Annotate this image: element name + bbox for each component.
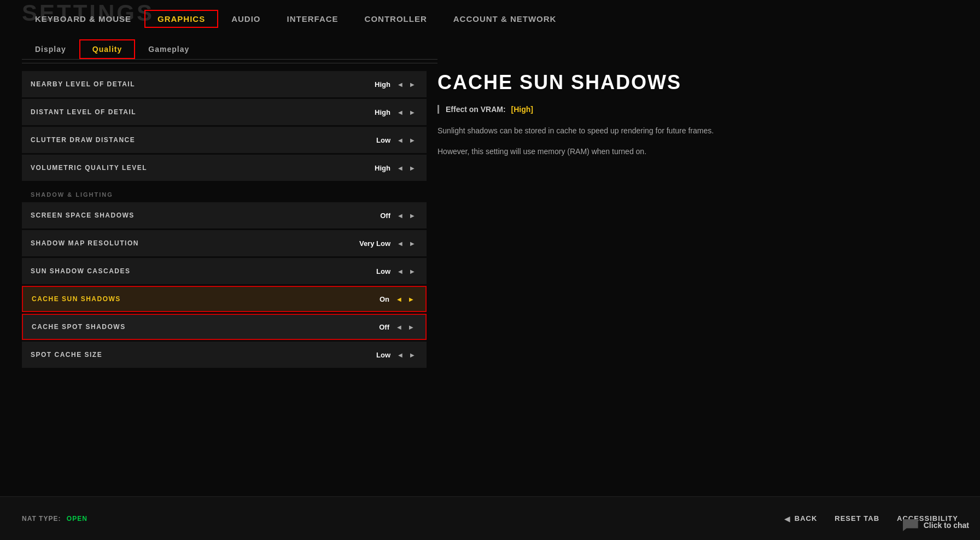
arrow-controls: ◀ ▶	[395, 107, 418, 118]
value-area: High ◀ ▶	[347, 162, 418, 173]
prev-arrow[interactable]: ◀	[394, 294, 405, 304]
arrow-controls: ◀ ▶	[394, 294, 417, 304]
setting-screen-space-shadows[interactable]: SCREEN SPACE SHADOWS Off ◀ ▶	[22, 202, 427, 228]
value-area: High ◀ ▶	[347, 79, 418, 90]
value-area: Very Low ◀ ▶	[347, 238, 418, 249]
value-area: Off ◀ ▶	[347, 210, 418, 221]
value-area: Off ◀ ▶	[346, 321, 417, 332]
settings-list: NEARBY LEVEL OF DETAIL High ◀ ▶ DISTANT …	[22, 71, 427, 491]
value-area: High ◀ ▶	[347, 107, 418, 118]
chat-icon	[903, 519, 918, 531]
back-arrow-icon: ◀	[784, 514, 790, 523]
setting-distant-lod[interactable]: DISTANT LEVEL OF DETAIL High ◀ ▶	[22, 99, 427, 125]
right-panel: CACHE SUN SHADOWS Effect on VRAM: [High]…	[438, 71, 969, 491]
back-button[interactable]: ◀ BACK	[784, 514, 818, 523]
setting-cache-spot-shadows[interactable]: CACHE SPOT SHADOWS Off ◀ ▶	[22, 314, 427, 340]
arrow-controls: ◀ ▶	[395, 134, 418, 145]
prev-arrow[interactable]: ◀	[394, 321, 405, 332]
nav-interface[interactable]: INTERFACE	[274, 10, 352, 28]
next-arrow[interactable]: ▶	[407, 266, 418, 277]
tab-gameplay[interactable]: Gameplay	[135, 39, 202, 59]
back-label: BACK	[795, 514, 818, 523]
next-arrow[interactable]: ▶	[407, 238, 418, 249]
next-arrow[interactable]: ▶	[406, 321, 417, 332]
next-arrow[interactable]: ▶	[407, 349, 418, 360]
tab-quality[interactable]: Quality	[79, 39, 135, 59]
prev-arrow[interactable]: ◀	[395, 349, 406, 360]
nat-type: NAT TYPE: OPEN	[22, 515, 88, 523]
nav-graphics[interactable]: GRAPHICS	[144, 10, 218, 28]
nav-divider	[22, 63, 438, 63]
arrow-controls: ◀ ▶	[395, 79, 418, 90]
arrow-controls: ◀ ▶	[395, 162, 418, 173]
setting-nearby-lod[interactable]: NEARBY LEVEL OF DETAIL High ◀ ▶	[22, 71, 427, 97]
bottom-bar: NAT TYPE: OPEN ◀ BACK RESET TAB ACCESSIB…	[0, 496, 980, 540]
setting-shadow-map-resolution[interactable]: SHADOW MAP RESOLUTION Very Low ◀ ▶	[22, 230, 427, 256]
tab-display[interactable]: Display	[22, 39, 79, 59]
reset-label: RESET TAB	[835, 514, 879, 523]
nav-account[interactable]: ACCOUNT & NETWORK	[440, 10, 570, 28]
detail-description: Sunlight shadows can be stored in cache …	[438, 125, 755, 158]
arrow-controls: ◀ ▶	[395, 349, 418, 360]
value-area: Low ◀ ▶	[347, 266, 418, 277]
prev-arrow[interactable]: ◀	[395, 107, 406, 118]
prev-arrow[interactable]: ◀	[395, 210, 406, 221]
next-arrow[interactable]: ▶	[407, 210, 418, 221]
next-arrow[interactable]: ▶	[407, 162, 418, 173]
vram-effect-row: Effect on VRAM: [High]	[438, 105, 969, 114]
nav-keyboard[interactable]: KEYBOARD & MOUSE	[22, 10, 144, 28]
prev-arrow[interactable]: ◀	[395, 134, 406, 145]
detail-title: CACHE SUN SHADOWS	[438, 71, 969, 94]
value-area: Low ◀ ▶	[347, 134, 418, 145]
value-area: Low ◀ ▶	[347, 349, 418, 360]
chat-label: Click to chat	[924, 521, 969, 530]
arrow-controls: ◀ ▶	[395, 266, 418, 277]
prev-arrow[interactable]: ◀	[395, 79, 406, 90]
setting-sun-shadow-cascades[interactable]: SUN SHADOW CASCADES Low ◀ ▶	[22, 258, 427, 284]
setting-volumetric-quality[interactable]: VOLUMETRIC QUALITY LEVEL High ◀ ▶	[22, 155, 427, 181]
vram-effect-label: Effect on VRAM: [High]	[446, 105, 533, 114]
prev-arrow[interactable]: ◀	[395, 238, 406, 249]
top-nav: KEYBOARD & MOUSE GRAPHICS AUDIO INTERFAC…	[22, 10, 569, 28]
prev-arrow[interactable]: ◀	[395, 266, 406, 277]
click-to-chat-button[interactable]: Click to chat	[903, 519, 969, 531]
section-shadow-lighting: SHADOW & LIGHTING	[22, 183, 427, 202]
sub-nav: Display Quality Gameplay	[22, 39, 438, 60]
arrow-controls: ◀ ▶	[395, 210, 418, 221]
arrow-controls: ◀ ▶	[395, 238, 418, 249]
setting-spot-cache-size[interactable]: SPOT CACHE SIZE Low ◀ ▶	[22, 342, 427, 368]
nav-audio[interactable]: AUDIO	[218, 10, 273, 28]
setting-clutter-draw[interactable]: CLUTTER DRAW DISTANCE Low ◀ ▶	[22, 127, 427, 153]
next-arrow[interactable]: ▶	[407, 134, 418, 145]
vram-effect-value: [High]	[511, 105, 533, 114]
next-arrow[interactable]: ▶	[406, 294, 417, 304]
value-area: On ◀ ▶	[346, 294, 417, 304]
progress-bar	[23, 311, 265, 312]
next-arrow[interactable]: ▶	[407, 107, 418, 118]
reset-tab-button[interactable]: RESET TAB	[835, 514, 879, 523]
nat-value: OPEN	[67, 515, 88, 523]
nav-controller[interactable]: CONTROLLER	[352, 10, 440, 28]
arrow-controls: ◀ ▶	[394, 321, 417, 332]
setting-cache-sun-shadows[interactable]: CACHE SUN SHADOWS On ◀ ▶	[22, 286, 427, 312]
next-arrow[interactable]: ▶	[407, 79, 418, 90]
prev-arrow[interactable]: ◀	[395, 162, 406, 173]
